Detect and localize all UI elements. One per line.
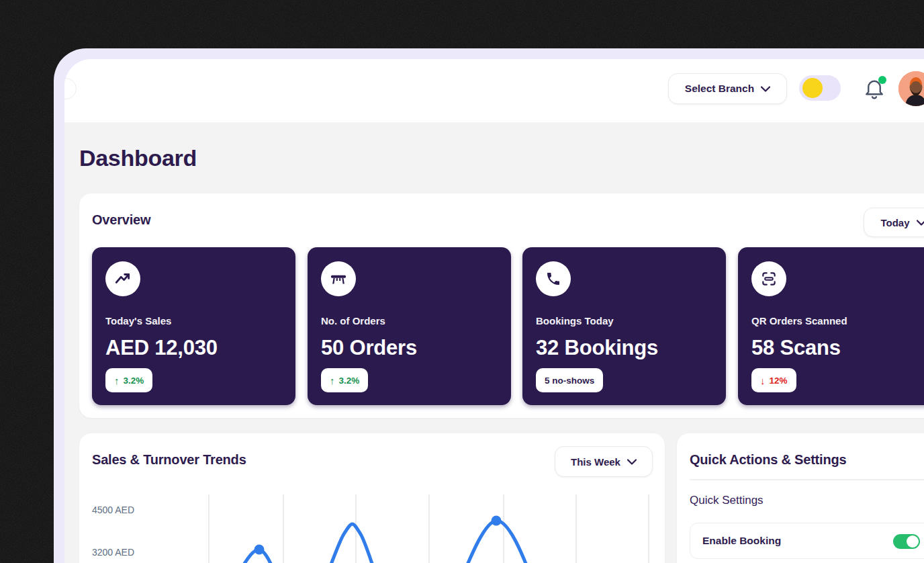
enable-booking-toggle[interactable] <box>893 534 920 549</box>
setting-row-enable-booking: Enable Booking <box>690 523 924 559</box>
divider <box>690 479 924 480</box>
stat-badge-text: 3.2% <box>339 376 360 386</box>
stat-value: 32 Bookings <box>536 336 658 360</box>
notification-badge-dot <box>878 76 886 84</box>
top-bar: Select Branch <box>64 59 924 122</box>
stat-card-bookings[interactable]: Bookings Today 32 Bookings 5 no-shows <box>522 247 726 405</box>
up-arrow-icon: ↑ <box>330 375 335 386</box>
stat-label: Today's Sales <box>105 315 171 327</box>
branch-selector-dropdown[interactable]: Select Branch <box>668 73 787 104</box>
stat-badge: ↑ 3.2% <box>321 368 368 392</box>
sidebar-collapse-handle[interactable] <box>64 78 77 99</box>
stat-value: 50 Orders <box>321 336 417 360</box>
stat-label: No. of Orders <box>321 315 385 327</box>
stat-icon-circle <box>536 261 571 296</box>
chevron-down-icon <box>761 86 770 92</box>
quick-actions-panel: Quick Actions & Settings Quick Settings … <box>677 433 924 563</box>
trends-period-label: This Week <box>571 456 620 468</box>
stat-card-todays-sales[interactable]: Today's Sales AED 12,030 ↑ 3.2% <box>92 247 295 405</box>
chevron-down-icon <box>917 220 924 226</box>
sales-trends-panel: Sales & Turnover Trends This Week 4500 A… <box>79 433 665 563</box>
overview-period-label: Today <box>880 217 909 228</box>
overview-title: Overview <box>92 212 150 228</box>
stat-badge-text: 5 no-shows <box>545 376 594 386</box>
setting-label: Enable Booking <box>702 535 781 547</box>
stat-value: 58 Scans <box>751 336 841 360</box>
theme-toggle[interactable] <box>799 75 841 101</box>
stat-label: QR Orders Scanned <box>751 315 847 327</box>
down-arrow-icon: ↓ <box>760 375 766 386</box>
user-avatar[interactable] <box>898 71 924 106</box>
stat-card-qr-scans[interactable]: QR Orders Scanned 58 Scans ↓ 12% <box>738 247 924 405</box>
overview-panel: Overview Today Today's Sales AED 12,030 … <box>79 193 924 418</box>
stat-icon-circle <box>105 261 140 296</box>
chevron-down-icon <box>627 459 637 465</box>
trend-up-icon <box>114 270 132 288</box>
y-axis-tick: 4500 AED <box>92 505 134 515</box>
avatar-illustration <box>898 71 924 106</box>
trends-period-dropdown[interactable]: This Week <box>555 446 653 477</box>
table-icon <box>329 269 348 288</box>
overview-period-dropdown[interactable]: Today <box>864 208 924 237</box>
qr-scan-icon <box>760 270 778 288</box>
stat-badge: 5 no-shows <box>536 368 603 392</box>
stat-icon-circle <box>321 261 356 296</box>
y-axis-tick: 3200 AED <box>92 547 134 558</box>
up-arrow-icon: ↑ <box>114 375 120 386</box>
phone-icon <box>545 271 561 287</box>
branch-selector-label: Select Branch <box>685 83 754 95</box>
notifications-button[interactable] <box>864 77 887 101</box>
trends-title: Sales & Turnover Trends <box>92 452 246 468</box>
stat-badge: ↑ 3.2% <box>105 368 152 392</box>
quick-settings-subtitle: Quick Settings <box>690 494 764 507</box>
stat-label: Bookings Today <box>536 315 614 327</box>
app-window: Select Branch Dashboard <box>64 59 924 563</box>
stat-badge-text: 3.2% <box>124 376 144 386</box>
stat-card-orders[interactable]: No. of Orders 50 Orders ↑ 3.2% <box>308 247 511 405</box>
quick-actions-title: Quick Actions & Settings <box>690 452 846 468</box>
theme-toggle-sun-knob <box>802 78 823 98</box>
stat-value: AED 12,030 <box>105 336 218 360</box>
stat-badge: ↓ 12% <box>751 368 796 392</box>
page-title: Dashboard <box>79 145 197 171</box>
stat-badge-text: 12% <box>770 376 788 386</box>
toggle-knob <box>907 535 919 548</box>
stat-icon-circle <box>751 261 786 296</box>
